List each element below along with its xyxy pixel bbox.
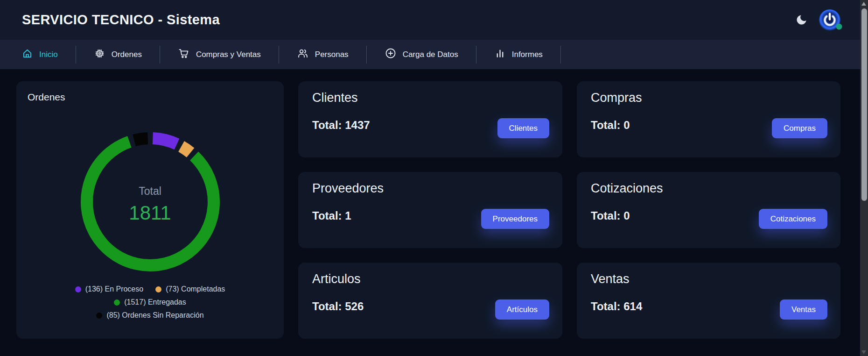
card-total: Total: 1437 [312, 119, 370, 132]
chart-legend: (136) En Proceso (73) Completadas (1517)… [16, 285, 284, 320]
total-value: 1 [345, 209, 351, 222]
clientes-button[interactable]: Clientes [497, 118, 549, 138]
nav-item-label: Compras y Ventas [196, 50, 261, 59]
proveedores-button[interactable]: Proveedores [481, 209, 549, 229]
legend-label: (136) En Proceso [85, 285, 144, 293]
nav-item-personas[interactable]: Personas [279, 40, 366, 69]
legend-item-sin-reparacion: (85) Ordenes Sin Reparación [96, 311, 203, 320]
main-nav: Inicio Ordenes Compras y Ventas [0, 40, 860, 69]
total-prefix: Total: [312, 119, 342, 131]
total-prefix: Total: [312, 300, 342, 313]
stat-column-left: Clientes Total: 1437 Clientes Proveedore… [298, 81, 562, 339]
total-value: 0 [623, 209, 630, 222]
cotizaciones-button[interactable]: Cotizaciones [759, 209, 827, 229]
online-status-dot [836, 23, 842, 31]
card-total: Total: 0 [591, 209, 630, 222]
app-header: SERVICIO TECNICO - Sistema [0, 0, 860, 40]
card-title: Clientes [312, 91, 358, 105]
legend-label: (73) Completadas [166, 285, 225, 293]
legend-label: (85) Ordenes Sin Reparación [106, 311, 203, 320]
chip-icon [94, 48, 105, 62]
header-actions [795, 8, 841, 32]
ventas-card: Ventas Total: 614 Ventas [577, 263, 840, 339]
theme-toggle-button[interactable] [795, 14, 808, 26]
compras-card: Compras Total: 0 Compras [577, 81, 840, 157]
proveedores-card: Proveedores Total: 1 Proveedores [298, 172, 562, 248]
scrollbar-up-arrow-icon[interactable] [861, 2, 866, 6]
total-prefix: Total: [591, 300, 621, 313]
card-total: Total: 0 [591, 119, 630, 132]
nav-divider [560, 46, 561, 64]
total-value: 0 [623, 119, 630, 131]
page-title: SERVICIO TECNICO - Sistema [22, 12, 220, 28]
moon-icon [795, 21, 808, 28]
total-value: 614 [623, 300, 642, 313]
nav-item-inicio[interactable]: Inicio [4, 40, 76, 69]
cart-icon [178, 47, 190, 62]
scrollbar-down-arrow-icon[interactable] [861, 350, 866, 354]
orders-donut-chart[interactable] [76, 127, 225, 277]
legend-item-entregadas: (1517) Entregadas [114, 298, 186, 306]
orders-chart-card: Ordenes Total 1811 (136) En Proceso (73)… [16, 81, 284, 339]
card-title: Cotizaciones [591, 181, 663, 196]
card-title: Articulos [312, 272, 361, 286]
clientes-card: Clientes Total: 1437 Clientes [298, 81, 562, 157]
orders-chart-title: Ordenes [28, 92, 65, 103]
legend-dot-sin-reparacion [96, 313, 102, 319]
nav-item-label: Informes [512, 50, 543, 59]
stat-column-right: Compras Total: 0 Compras Cotizaciones To… [577, 81, 840, 339]
nav-item-label: Inicio [39, 50, 58, 59]
card-total: Total: 614 [591, 300, 642, 313]
home-icon [21, 48, 33, 62]
nav-item-compras-y-ventas[interactable]: Compras y Ventas [160, 40, 279, 69]
nav-item-carga-de-datos[interactable]: Carga de Datos [367, 40, 476, 69]
compras-button[interactable]: Compras [772, 118, 827, 138]
card-title: Proveedores [312, 181, 384, 196]
total-prefix: Total: [312, 209, 342, 222]
card-title: Ventas [591, 272, 630, 286]
total-value: 1437 [345, 119, 370, 131]
people-icon [297, 47, 309, 62]
cotizaciones-card: Cotizaciones Total: 0 Cotizaciones [577, 172, 840, 248]
nav-item-label: Personas [315, 50, 349, 59]
legend-label: (1517) Entregadas [124, 298, 186, 306]
legend-item-en-proceso: (136) En Proceso [75, 285, 144, 293]
articulos-card: Articulos Total: 526 Artículos [298, 263, 562, 339]
nav-item-ordenes[interactable]: Ordenes [76, 40, 160, 69]
ventas-button[interactable]: Ventas [780, 299, 827, 320]
articulos-button[interactable]: Artículos [495, 299, 549, 320]
nav-item-label: Ordenes [112, 50, 142, 59]
total-prefix: Total: [591, 119, 621, 131]
legend-dot-entregadas [114, 299, 120, 306]
legend-dot-en-proceso [75, 286, 81, 292]
dashboard-content: Ordenes Total 1811 (136) En Proceso (73)… [16, 69, 840, 339]
nav-item-label: Carga de Datos [403, 50, 458, 59]
card-total: Total: 526 [312, 300, 364, 313]
circle-plus-icon [385, 47, 397, 62]
power-session-button[interactable] [818, 8, 841, 32]
total-prefix: Total: [591, 209, 621, 222]
nav-item-informes[interactable]: Informes [476, 40, 560, 69]
card-total: Total: 1 [312, 209, 351, 222]
total-value: 526 [345, 300, 364, 313]
legend-item-completadas: (73) Completadas [155, 285, 225, 293]
card-title: Compras [591, 91, 642, 105]
vertical-scrollbar[interactable] [860, 0, 868, 356]
legend-dot-completadas [155, 286, 161, 292]
bar-chart-icon [494, 48, 506, 62]
scrollbar-thumb[interactable] [861, 8, 867, 201]
